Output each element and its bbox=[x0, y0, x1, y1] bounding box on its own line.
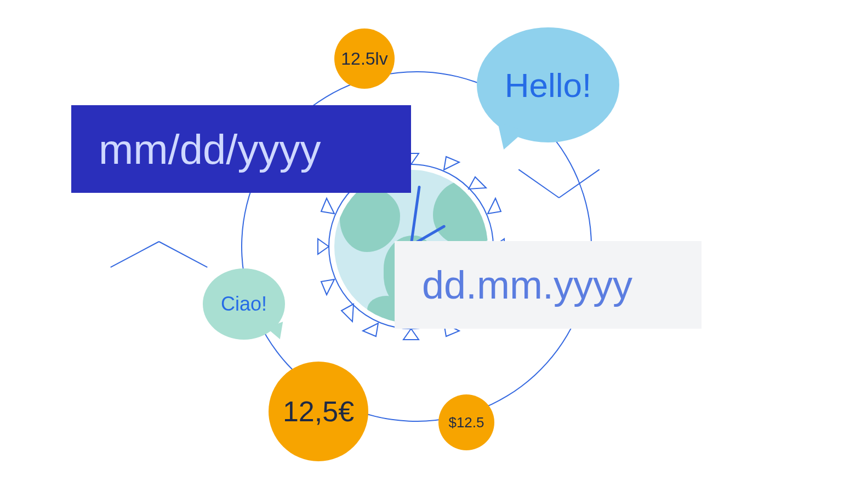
currency-euro-label: 12,5€ bbox=[283, 395, 354, 428]
date-format-eu-box: dd.mm.yyyy bbox=[395, 241, 702, 329]
date-format-eu-label: dd.mm.yyyy bbox=[422, 262, 632, 307]
currency-lev-label: 12.5lv bbox=[341, 49, 387, 69]
greeting-italian-label: Ciao! bbox=[221, 293, 267, 316]
currency-lev: 12.5lv bbox=[334, 28, 395, 89]
currency-euro: 12,5€ bbox=[269, 362, 368, 461]
currency-usd: $12.5 bbox=[438, 394, 494, 450]
date-format-us-box: mm/dd/yyyy bbox=[71, 105, 411, 193]
date-format-us-label: mm/dd/yyyy bbox=[99, 125, 321, 173]
currency-usd-label: $12.5 bbox=[448, 414, 484, 431]
localization-diagram: 12.5lv Hello! mm/dd/yyyy dd.mm.yyyy Ciao… bbox=[0, 0, 844, 504]
greeting-english-label: Hello! bbox=[505, 66, 592, 105]
